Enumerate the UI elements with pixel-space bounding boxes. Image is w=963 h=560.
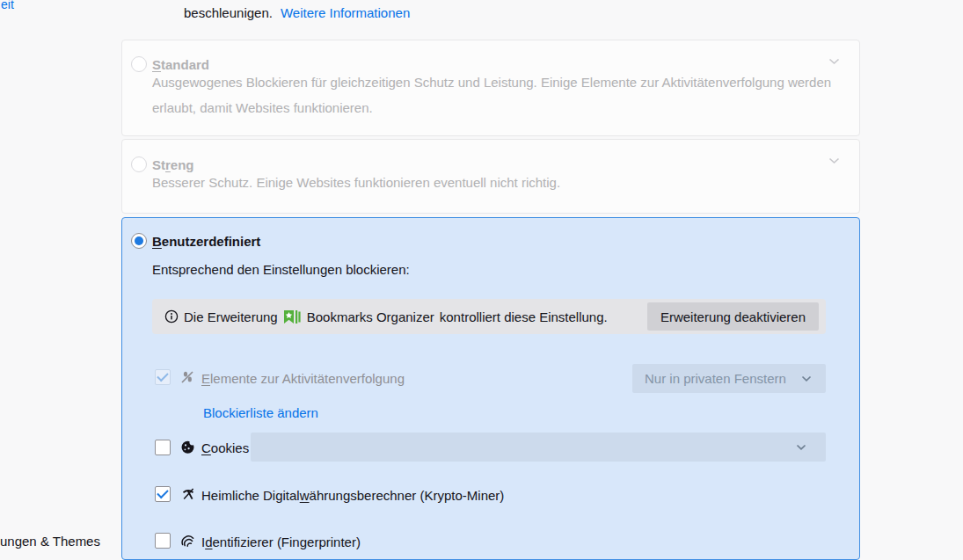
extension-icon — [283, 309, 302, 324]
fingerprinters-label: Identifizierer (Fingerprinter) — [201, 535, 361, 549]
trackers-scope-dropdown[interactable]: Nur in privaten Fenstern — [632, 364, 826, 393]
chevron-down-icon[interactable] — [828, 157, 840, 164]
change-blocklist-link[interactable]: Blockierliste ändern — [203, 405, 318, 420]
checkbox-cryptominers[interactable] — [155, 486, 171, 502]
trackers-scope-value: Nur in privaten Fenstern — [645, 371, 786, 386]
cookies-label: Cookies — [201, 440, 249, 455]
option-description-streng: Besserer Schutz. Einige Websites funktio… — [152, 170, 857, 195]
disable-extension-button[interactable]: Erweiterung deaktivieren — [647, 302, 819, 331]
cookie-icon — [180, 440, 195, 455]
option-card-streng[interactable]: Streng Besserer Schutz. Einige Websites … — [121, 139, 860, 214]
info-icon — [164, 309, 179, 324]
extension-controlled-notice: Die Erweiterung Bookmarks Organizer kont… — [152, 299, 826, 334]
option-card-benutzerdefiniert[interactable]: Benutzerdefiniert Entsprechend den Einst… — [121, 217, 860, 560]
option-card-standard[interactable]: Standard Ausgewogenes Blockieren für gle… — [121, 40, 860, 136]
tracker-icon — [180, 370, 194, 384]
chevron-down-icon — [801, 375, 812, 382]
cryptominers-label: Heimliche Digitalwährungsberechner (Kryp… — [201, 488, 504, 503]
cryptominer-icon — [181, 487, 195, 501]
radio-streng[interactable] — [131, 156, 147, 172]
option-label-benutzerdefiniert: Benutzerdefiniert — [152, 234, 260, 249]
radio-benutzerdefiniert[interactable] — [131, 233, 147, 249]
option-description-standard: Ausgewogenes Blockieren für gleichzeitig… — [152, 69, 857, 120]
fingerprint-icon — [180, 534, 195, 549]
radio-standard[interactable] — [131, 56, 147, 72]
notice-text-prefix: Die Erweiterung — [184, 309, 278, 324]
custom-blocking-caption: Entsprechend den Einstellungen blockiere… — [152, 262, 410, 277]
trackers-label: Elemente zur Aktivitätenverfolgung — [201, 371, 405, 386]
cookies-type-dropdown[interactable] — [251, 433, 826, 462]
notice-text-suffix: kontrolliert diese Einstellung. — [440, 309, 608, 324]
checkbox-trackers[interactable] — [155, 369, 171, 385]
sidebar-item-partial-top[interactable]: eit — [1, 0, 14, 11]
more-information-link[interactable]: Weitere Informationen — [281, 5, 410, 20]
chevron-down-icon — [796, 444, 806, 451]
chevron-down-icon[interactable] — [828, 58, 840, 65]
checkbox-fingerprinters[interactable] — [155, 533, 171, 549]
sidebar-item-extensions-themes-partial[interactable]: ungen & Themes — [0, 534, 100, 549]
intro-text-tail: beschleunigen. — [184, 5, 273, 20]
extension-name: Bookmarks Organizer — [307, 309, 434, 324]
checkbox-cookies[interactable] — [155, 440, 171, 455]
firefox-privacy-settings-page: eit ungen & Themes beschleunigen. Weiter… — [0, 0, 963, 560]
